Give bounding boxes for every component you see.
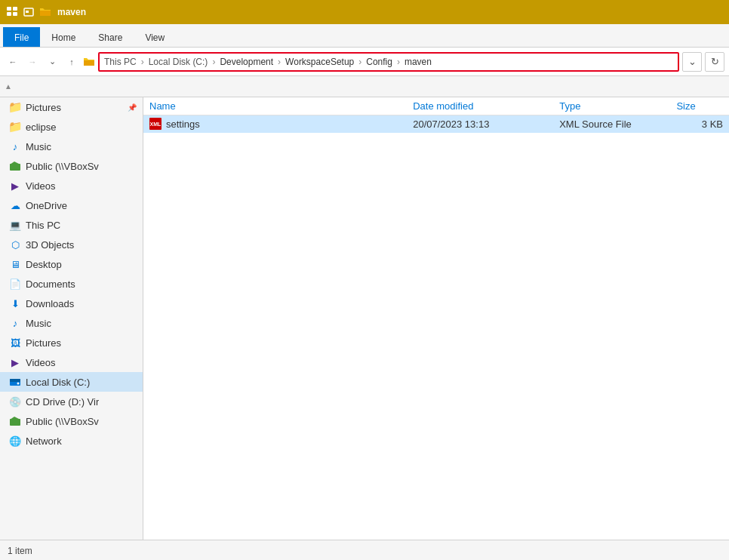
col-size[interactable]: Size [670,97,729,115]
address-dropdown-button[interactable]: ⌄ [682,52,702,72]
tab-share[interactable]: Share [87,27,134,47]
search-area: ▲ [0,76,729,97]
content-area: Name Date modified Type Size XML setting… [143,97,729,540]
svg-rect-8 [10,379,20,382]
tab-home[interactable]: Home [40,27,87,47]
sidebar-item-thispc[interactable]: 💻 This PC [0,215,143,235]
sidebar-label-public-vbox2: Public (\\VBoxSv [26,416,99,427]
sidebar-item-documents[interactable]: 📄 Documents [0,274,143,294]
window-title: maven [57,7,86,17]
sidebar-label-eclipse: eclipse [26,122,56,133]
sidebar-label-music-pin: Music [26,141,51,152]
network-icon: 🌐 [9,435,21,447]
sort-up-arrow[interactable]: ▲ [5,82,12,91]
pictures-icon: 🖼 [9,337,21,349]
network-folder-icon [9,160,21,172]
tab-view[interactable]: View [134,27,176,47]
sidebar-item-public-vbox2[interactable]: Public (\\VBoxSv [0,411,143,431]
localdisk-icon [9,376,21,388]
address-folder-icon [83,56,95,68]
address-area: ← → ⌄ ↑ This PC › Local Disk (C:) › Deve… [0,48,729,76]
title-bar-icons [6,6,51,18]
sidebar-item-downloads[interactable]: ⬇ Downloads [0,294,143,313]
sidebar-item-music[interactable]: ♪ Music [0,313,143,333]
sidebar-label-3dobjects: 3D Objects [26,239,74,251]
sidebar-label-videos-pin: Videos [26,180,56,192]
computer-icon: 💻 [9,219,21,231]
main-layout: 📁 Pictures 📌 📁 eclipse ♪ Music Public (\… [0,97,729,540]
file-type: XML Source File [553,115,670,133]
file-name: settings [166,118,200,130]
video-icon: ▶ [9,180,21,192]
network-folder2-icon [9,415,21,427]
col-date-modified[interactable]: Date modified [407,97,553,115]
svg-rect-6 [10,164,20,171]
sidebar-label-videos: Videos [26,357,56,368]
sidebar-label-downloads: Downloads [26,298,74,309]
3dobjects-icon: ⬡ [9,238,21,251]
col-type[interactable]: Type [553,97,670,115]
svg-rect-10 [10,419,20,426]
refresh-button[interactable]: ↻ [705,52,724,72]
quick-access-icon [6,6,18,18]
col-name[interactable]: Name [143,97,407,115]
forward-button[interactable]: → [24,54,41,70]
title-bar: maven [0,0,729,24]
sidebar-label-onedrive: OneDrive [26,200,67,211]
address-bar[interactable]: This PC › Local Disk (C:) › Development … [98,52,679,72]
sidebar-label-public-vbox: Public (\\VBoxSv [26,161,99,172]
sidebar-item-public-vbox[interactable]: Public (\\VBoxSv [0,156,143,176]
breadcrumb-config[interactable]: Config [366,57,392,67]
back-button[interactable]: ← [5,54,21,70]
onedrive-icon: ☁ [9,199,21,211]
sidebar-item-3dobjects[interactable]: ⬡ 3D Objects [0,235,143,254]
up-button[interactable]: ↑ [63,54,80,70]
sidebar-item-eclipse[interactable]: 📁 eclipse [0,117,143,137]
sidebar-item-network[interactable]: 🌐 Network [0,431,143,451]
breadcrumb-workspacesetup[interactable]: WorkspaceSetup [285,57,354,67]
sidebar-item-pictures[interactable]: 🖼 Pictures [0,333,143,352]
recent-locations-button[interactable]: ⌄ [44,54,60,70]
breadcrumb-maven[interactable]: maven [404,57,432,67]
svg-point-9 [17,383,20,385]
sidebar-item-pictures-pin[interactable]: 📁 Pictures 📌 [0,97,143,117]
sidebar-label-music: Music [26,318,51,329]
file-name-cell: XML settings [143,115,407,133]
sidebar-item-cddrive[interactable]: 💿 CD Drive (D:) Vir [0,392,143,411]
documents-icon: 📄 [9,278,21,290]
sidebar-item-videos[interactable]: ▶ Videos [0,352,143,372]
cddrive-icon: 💿 [9,395,21,408]
undo-icon [23,6,35,18]
tab-file[interactable]: File [3,27,40,47]
file-size: 3 KB [670,115,729,133]
ribbon-tabs: File Home Share View [0,24,729,47]
svg-rect-1 [13,7,17,11]
sidebar-item-videos-pin[interactable]: ▶ Videos [0,176,143,195]
videos-icon: ▶ [9,356,21,368]
svg-rect-5 [26,11,29,13]
sidebar-item-onedrive[interactable]: ☁ OneDrive [0,195,143,215]
sidebar-label-network: Network [26,435,62,447]
sidebar-label-pictures-pin: Pictures [26,102,61,113]
sidebar-label-pictures: Pictures [26,337,61,349]
svg-rect-0 [7,7,11,11]
pin-icon: 📌 [128,103,137,112]
breadcrumb-thispc[interactable]: This PC [104,57,137,67]
breadcrumb-development[interactable]: Development [220,57,273,67]
sidebar-label-desktop: Desktop [26,259,62,270]
eclipse-folder-icon: 📁 [9,121,21,133]
folder-icon [39,6,51,18]
sidebar-label-documents: Documents [26,278,75,290]
sidebar-item-localdisk[interactable]: Local Disk (C:) [0,372,143,392]
sidebar: 📁 Pictures 📌 📁 eclipse ♪ Music Public (\… [0,97,143,540]
ribbon: File Home Share View [0,24,729,48]
item-count: 1 item [8,546,32,556]
breadcrumb-localdisk[interactable]: Local Disk (C:) [149,57,208,67]
sidebar-label-localdisk: Local Disk (C:) [26,377,90,388]
sidebar-item-desktop[interactable]: 🖥 Desktop [0,254,143,274]
table-row[interactable]: XML settings 20/07/2023 13:13 XML Source… [143,115,729,133]
desktop-icon: 🖥 [9,258,21,270]
file-date: 20/07/2023 13:13 [407,115,553,133]
svg-rect-2 [7,12,11,16]
sidebar-item-music-pin[interactable]: ♪ Music [0,137,143,156]
